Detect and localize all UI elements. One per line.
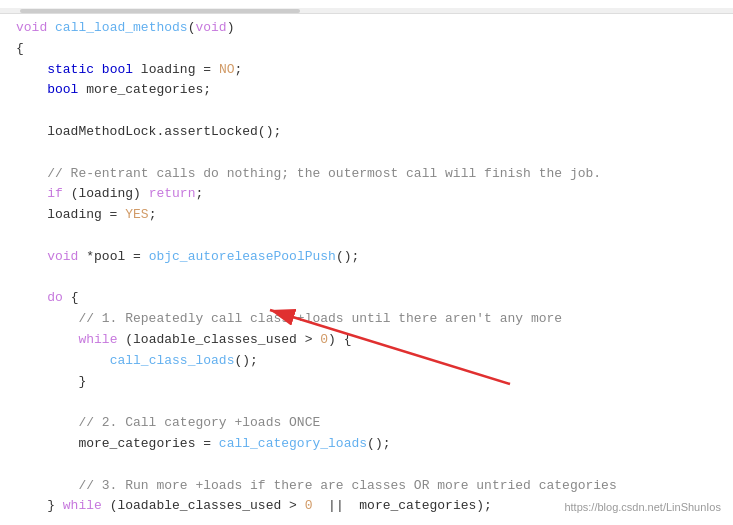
code-line: } <box>0 372 733 393</box>
code-line: // 3. Run more +loads if there are class… <box>0 476 733 497</box>
code-line: // 2. Call category +loads ONCE <box>0 413 733 434</box>
code-line: more_categories = call_category_loads(); <box>0 434 733 455</box>
code-line <box>0 226 733 247</box>
code-line: void call_load_methods(void) <box>0 18 733 39</box>
code-line: static bool loading = NO; <box>0 60 733 81</box>
code-line: { <box>0 39 733 60</box>
code-container: void call_load_methods(void) { static bo… <box>0 0 733 525</box>
code-line: loading = YES; <box>0 205 733 226</box>
code-line: if (loading) return; <box>0 184 733 205</box>
code-line <box>0 517 733 525</box>
code-line <box>0 268 733 289</box>
code-line: do { <box>0 288 733 309</box>
code-line <box>0 143 733 164</box>
code-line-while: while (loadable_classes_used > 0) { <box>0 330 733 351</box>
code-line: loadMethodLock.assertLocked(); <box>0 122 733 143</box>
code-line: // Re-entrant calls do nothing; the oute… <box>0 164 733 185</box>
code-line <box>0 101 733 122</box>
code-line <box>0 455 733 476</box>
code-line-call-class: call_class_loads(); <box>0 351 733 372</box>
code-line: // 1. Repeatedly call class +loads until… <box>0 309 733 330</box>
code-line: bool more_categories; <box>0 80 733 101</box>
watermark: https://blog.csdn.net/LinShunIos <box>564 499 721 517</box>
code-line <box>0 392 733 413</box>
code-line: void *pool = objc_autoreleasePoolPush(); <box>0 247 733 268</box>
